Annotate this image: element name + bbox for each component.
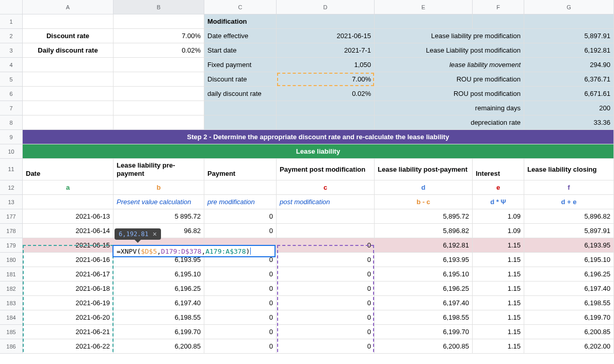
cell[interactable]: Start date xyxy=(204,43,277,58)
col-header-A[interactable]: A xyxy=(23,0,114,14)
cell[interactable] xyxy=(277,115,375,130)
cell[interactable] xyxy=(23,101,114,115)
cell[interactable]: f xyxy=(524,180,614,195)
cell[interactable]: 1.15 xyxy=(473,238,524,253)
cell[interactable]: 0 xyxy=(204,339,277,354)
cell[interactable]: 6,202.00 xyxy=(524,339,614,354)
cell[interactable]: Date effective xyxy=(204,29,277,43)
cell[interactable]: 6,195.10 xyxy=(375,267,473,282)
cell[interactable]: d + e xyxy=(524,195,614,209)
cell[interactable] xyxy=(23,58,114,72)
row-header[interactable]: 185 xyxy=(0,325,23,339)
cell[interactable]: 6,199.70 xyxy=(375,325,473,339)
cell[interactable] xyxy=(204,101,277,115)
cell[interactable]: 5,895.72 xyxy=(375,209,473,224)
cell[interactable]: Daily discount rate xyxy=(23,43,114,58)
row-header[interactable]: 186 xyxy=(0,339,23,354)
cell[interactable]: 0 xyxy=(277,267,375,282)
cell[interactable]: 2021-06-13 xyxy=(23,209,114,224)
cell[interactable] xyxy=(23,87,114,101)
cell[interactable]: 2021-06-19 xyxy=(23,296,114,310)
cell[interactable]: 0 xyxy=(277,253,375,267)
cell[interactable]: Present value calculation xyxy=(114,195,204,209)
cell[interactable]: post modification xyxy=(277,195,375,209)
cell[interactable]: 0 xyxy=(204,296,277,310)
cell[interactable] xyxy=(114,58,204,72)
cell[interactable]: 6,671.61 xyxy=(524,87,614,101)
cell[interactable] xyxy=(114,101,204,115)
cell[interactable]: 1.15 xyxy=(473,267,524,282)
cell[interactable] xyxy=(204,180,277,195)
row-header[interactable]: 183 xyxy=(0,296,23,310)
cell[interactable]: 6,200.85 xyxy=(114,339,204,354)
cell[interactable]: 2021-7-1 xyxy=(277,43,375,58)
cell[interactable] xyxy=(375,14,473,29)
cell[interactable]: 5,897.91 xyxy=(524,29,614,43)
row-header[interactable]: 7 xyxy=(0,101,23,115)
cell[interactable]: 6,196.25 xyxy=(114,282,204,296)
cell[interactable]: 200 xyxy=(524,101,614,115)
cell[interactable]: 7.00% xyxy=(277,72,375,87)
cell[interactable]: a xyxy=(23,180,114,195)
cell[interactable]: Lease Liability post modification xyxy=(375,43,524,58)
cell[interactable]: 0 xyxy=(277,339,375,354)
cell[interactable]: 0 xyxy=(204,325,277,339)
formula-editor[interactable]: =XNPV($D$5,D179:D$378,A179:A$378) xyxy=(112,245,276,257)
cell[interactable]: 294.90 xyxy=(524,58,614,72)
cell[interactable]: 0 xyxy=(277,325,375,339)
cell[interactable]: 0 xyxy=(204,310,277,325)
select-all-corner[interactable] xyxy=(0,0,23,14)
cell[interactable]: ROU post modification xyxy=(375,87,524,101)
cell[interactable]: 1.09 xyxy=(473,224,524,238)
cell[interactable] xyxy=(114,72,204,87)
cell[interactable]: 0.02% xyxy=(277,87,375,101)
cell[interactable]: depreciation rate xyxy=(375,115,524,130)
cell[interactable]: 2021-06-22 xyxy=(23,339,114,354)
cell[interactable]: 6,200.85 xyxy=(375,339,473,354)
cell[interactable]: 6,197.40 xyxy=(375,296,473,310)
cell[interactable]: d xyxy=(375,180,473,195)
col-header-G[interactable]: G xyxy=(524,0,614,14)
cell[interactable]: 0 xyxy=(277,296,375,310)
cell[interactable]: 6,193.95 xyxy=(524,238,614,253)
row-header[interactable]: 181 xyxy=(0,267,23,282)
col-header-C[interactable]: C xyxy=(204,0,277,14)
cell[interactable] xyxy=(277,14,375,29)
cell[interactable] xyxy=(277,209,375,224)
cell[interactable] xyxy=(524,14,614,29)
cell[interactable]: b xyxy=(114,180,204,195)
cell[interactable]: 5,897.91 xyxy=(524,224,614,238)
cell[interactable]: 2021-06-15 xyxy=(23,238,114,253)
cell[interactable]: 1.15 xyxy=(473,296,524,310)
row-header[interactable]: 13 xyxy=(0,195,23,209)
row-header[interactable]: 9 xyxy=(0,130,23,144)
cell[interactable]: 7.00% xyxy=(114,29,204,43)
cell[interactable]: 2021-06-15 xyxy=(277,29,375,43)
row-header[interactable]: 184 xyxy=(0,310,23,325)
cell[interactable]: 1.15 xyxy=(473,253,524,267)
row-header[interactable]: 12 xyxy=(0,180,23,195)
close-icon[interactable]: × xyxy=(153,230,157,238)
row-header[interactable]: 180 xyxy=(0,253,23,267)
cell[interactable]: Modification xyxy=(204,14,277,29)
cell[interactable] xyxy=(23,115,114,130)
cell[interactable]: 33.36 xyxy=(524,115,614,130)
cell[interactable]: 1.15 xyxy=(473,339,524,354)
cell[interactable]: 0 xyxy=(204,224,277,238)
col-header-E[interactable]: E xyxy=(375,0,473,14)
cell[interactable]: 1.15 xyxy=(473,310,524,325)
cell[interactable]: c xyxy=(277,180,375,195)
row-header[interactable]: 182 xyxy=(0,282,23,296)
row-header[interactable]: 3 xyxy=(0,43,23,58)
cell[interactable] xyxy=(114,87,204,101)
cell[interactable]: Lease liability pre modification xyxy=(375,29,524,43)
col-header-F[interactable]: F xyxy=(473,0,524,14)
cell[interactable]: e xyxy=(473,180,524,195)
cell[interactable]: 0.02% xyxy=(114,43,204,58)
cell[interactable]: 2021-06-21 xyxy=(23,325,114,339)
cell[interactable]: 6,199.70 xyxy=(524,310,614,325)
cell[interactable] xyxy=(23,14,114,29)
cell[interactable]: 6,199.70 xyxy=(114,325,204,339)
cell[interactable]: 2021-06-18 xyxy=(23,282,114,296)
cell[interactable]: daily discount rate xyxy=(204,87,277,101)
